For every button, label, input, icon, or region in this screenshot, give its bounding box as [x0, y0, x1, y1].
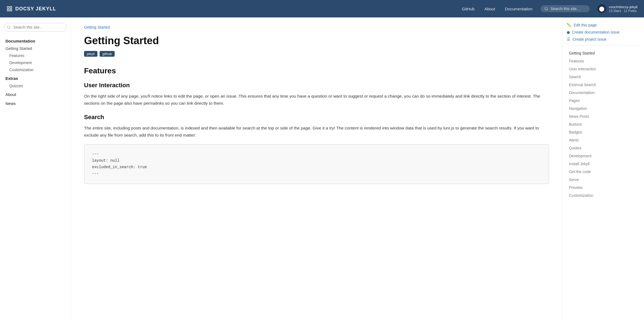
toc-item-serve[interactable]: Serve [567, 176, 640, 184]
circle-icon: ⬤ [567, 31, 570, 34]
svg-rect-0 [7, 7, 9, 8]
toc-item-get-the-code[interactable]: Get the code [567, 168, 640, 176]
code-block: --- layout: null excluded_in_search: tru… [84, 144, 549, 184]
sidebar-section-documentation: Documentation Getting Started Features D… [0, 37, 71, 73]
sidebar-item-customization[interactable]: Customization [0, 66, 71, 73]
toc-item-getting-started[interactable]: Getting Started [567, 49, 640, 57]
toc-item-pages[interactable]: Pages [567, 97, 640, 105]
toc-item-development[interactable]: Development [567, 152, 640, 160]
sidebar-right: ✏️ Edit this page ⬤ Create documentation… [562, 17, 644, 320]
sidebar-item-quizzes[interactable]: Quizzes [0, 82, 71, 89]
header: DOCSY JEKYLL GitHub About Documentation … [0, 0, 644, 17]
user-interaction-text: On the right side of any page, you'll no… [84, 93, 549, 107]
toc-item-buttons[interactable]: Buttons [567, 120, 640, 128]
search-heading: Search [84, 114, 549, 121]
sidebar-section-news: News [0, 99, 71, 107]
sidebar-item-features[interactable]: Features [0, 52, 71, 59]
sidebar-section-title-documentation: Documentation [0, 37, 71, 45]
sidebar-section-title-extras: Extras [0, 74, 71, 82]
toc-item-features[interactable]: Features [567, 57, 640, 65]
sidebar-section-title-news[interactable]: News [0, 99, 71, 107]
sidebar-search-container [4, 23, 67, 32]
tag-badges: jekyll github [84, 51, 549, 57]
list-icon: ☰ [567, 37, 570, 41]
toc-item-alerts[interactable]: Alerts [567, 136, 640, 144]
site-logo[interactable]: DOCSY JEKYLL [7, 6, 56, 12]
toc-item-navigation[interactable]: Navigation [567, 105, 640, 113]
sidebar-section-title-about[interactable]: About [0, 90, 71, 98]
breadcrumb[interactable]: Getting Started [84, 25, 549, 29]
toc-item-install-jekyll[interactable]: Install Jekyll [567, 160, 640, 168]
main-content: Getting Started Getting Started jekyll g… [71, 17, 562, 320]
toc-item-quotes[interactable]: Quotes [567, 144, 640, 152]
features-heading: Features [84, 67, 549, 75]
user-info: vsoch/docsy-jekyll 13 Stars · 11 Forks [609, 5, 637, 13]
header-search[interactable]: Search this site... [541, 5, 590, 12]
toc: Getting Started Features User Interactio… [567, 49, 640, 200]
action-create-project-issue[interactable]: ☰ Create project issue [567, 37, 640, 41]
toc-item-user-interaction[interactable]: User Interaction [567, 65, 640, 73]
user-interaction-heading: User Interaction [84, 82, 549, 89]
toc-item-news-posts[interactable]: News Posts [567, 113, 640, 120]
sidebar-search-input[interactable] [4, 23, 67, 32]
nav-documentation[interactable]: Documentation [505, 7, 532, 11]
page-title: Getting Started [84, 35, 549, 47]
nav-about[interactable]: About [484, 7, 495, 11]
tag-jekyll[interactable]: jekyll [84, 51, 97, 57]
svg-rect-2 [7, 9, 9, 11]
svg-rect-3 [10, 9, 12, 11]
header-nav: GitHub About Documentation [462, 7, 532, 11]
svg-rect-1 [10, 7, 12, 8]
toc-item-external-search[interactable]: External Search [567, 81, 640, 89]
tag-github[interactable]: github [100, 51, 115, 57]
toc-item-preview[interactable]: Preview [567, 184, 640, 192]
sidebar-item-getting-started[interactable]: Getting Started [0, 45, 71, 52]
grid-icon [7, 6, 13, 12]
toc-item-documentation[interactable]: Documentation [567, 89, 640, 97]
sidebar-left: Documentation Getting Started Features D… [0, 17, 71, 320]
sidebar-item-development[interactable]: Development [0, 59, 71, 66]
user-repo: vsoch/docsy-jekyll [609, 5, 637, 9]
sidebar-divider [567, 45, 640, 46]
search-text: The entire site, including posts and doc… [84, 125, 549, 139]
toc-item-badges[interactable]: Badges [567, 128, 640, 136]
action-create-doc-issue[interactable]: ⬤ Create documentation issue [567, 30, 640, 34]
toc-item-customization[interactable]: Customization [567, 192, 640, 200]
svg-point-4 [545, 7, 547, 10]
search-icon [544, 7, 548, 11]
user-stats: 13 Stars · 11 Forks [609, 9, 637, 13]
avatar: ⬤ [597, 4, 606, 13]
nav-github[interactable]: GitHub [462, 7, 475, 11]
layout: Documentation Getting Started Features D… [0, 17, 644, 320]
sidebar-section-extras: Extras Quizzes [0, 74, 71, 89]
edit-icon: ✏️ [567, 23, 571, 27]
action-edit-page[interactable]: ✏️ Edit this page [567, 23, 640, 27]
header-search-label: Search this site... [550, 7, 580, 11]
sidebar-section-about: About [0, 90, 71, 98]
header-user: ⬤ vsoch/docsy-jekyll 13 Stars · 11 Forks [597, 4, 637, 13]
toc-item-search[interactable]: Search [567, 73, 640, 81]
